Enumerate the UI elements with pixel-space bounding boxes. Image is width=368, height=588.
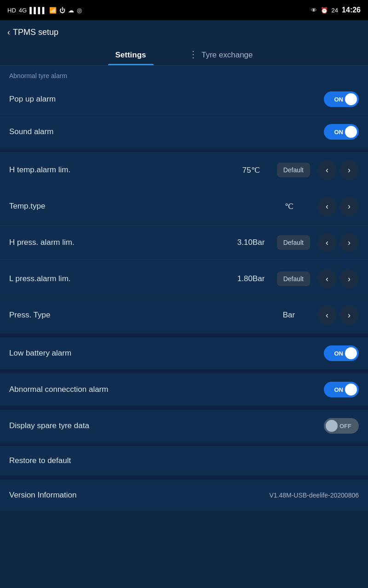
h-temp-alarm-label: H temp.alarm lim.	[9, 165, 233, 175]
low-battery-toggle-circle	[345, 347, 357, 359]
l-press-decrement-button[interactable]: ‹	[317, 269, 337, 288]
sound-alarm-toggle-label: ON	[334, 129, 344, 136]
status-time: 14:26	[342, 6, 361, 14]
abnormal-connection-label: Abnormal connecction alarm	[9, 385, 324, 394]
low-battery-toggle-label: ON	[334, 350, 344, 357]
temp-type-row: Temp.type ℃ ‹ ›	[0, 188, 368, 225]
status-bar: HD 4G ▌▌▌▌ 📶 ⏻ ☁ ◎ 👁 ⏰ 24 14:26	[0, 0, 368, 20]
sound-alarm-toggle-circle	[345, 126, 357, 138]
power-icon: ⏻	[59, 7, 65, 14]
cloud-icon: ☁	[68, 7, 74, 14]
sound-alarm-toggle[interactable]: ON	[324, 124, 359, 140]
section-header-abnormal: Abnormal tyre alarm	[0, 66, 368, 83]
version-info-value: V1.48M-USB-deelife-20200806	[269, 492, 359, 499]
divider-3	[0, 370, 368, 373]
h-temp-default-button[interactable]: Default	[277, 163, 310, 177]
divider-1	[0, 148, 368, 152]
abnormal-connection-row: Abnormal connecction alarm ON	[0, 373, 368, 406]
wifi-icon: 📶	[49, 7, 57, 14]
abnormal-connection-toggle-circle	[345, 384, 357, 396]
popup-alarm-row: Pop up alarm ON	[0, 83, 368, 116]
back-button[interactable]: ‹ TPMS setup	[7, 28, 58, 37]
press-type-value: Bar	[270, 311, 307, 320]
h-temp-alarm-row: H temp.alarm lim. 75℃ Default ‹ ›	[0, 152, 368, 188]
signal-icon: ▌▌▌▌	[29, 7, 46, 14]
temp-type-controls: ‹ ›	[315, 197, 359, 216]
eye-icon: 👁	[311, 7, 317, 14]
divider-6	[0, 476, 368, 480]
temp-type-increment-button[interactable]: ›	[339, 197, 359, 216]
h-temp-alarm-value: 75℃	[233, 165, 270, 175]
display-spare-toggle-circle	[326, 420, 338, 432]
low-battery-alarm-toggle[interactable]: ON	[324, 345, 359, 361]
h-temp-increment-button[interactable]: ›	[339, 160, 359, 180]
low-battery-alarm-label: Low battery alarm	[9, 349, 324, 358]
popup-alarm-toggle[interactable]: ON	[324, 91, 359, 107]
hd-icon: HD	[7, 7, 16, 14]
alarm-icon: ⏰	[321, 7, 328, 14]
shield-icon: ◎	[77, 7, 82, 14]
popup-alarm-toggle-label: ON	[334, 96, 344, 103]
l-press-alarm-controls: Default ‹ ›	[277, 269, 359, 288]
status-right: 👁 ⏰ 24 14:26	[311, 6, 361, 14]
press-type-label: Press. Type	[9, 311, 270, 320]
popup-alarm-toggle-circle	[345, 93, 357, 105]
divider-2	[0, 334, 368, 337]
press-type-row: Press. Type Bar ‹ ›	[0, 297, 368, 334]
l-press-alarm-value: 1.80Bar	[233, 274, 270, 283]
press-type-controls: ‹ ›	[315, 305, 359, 325]
restore-default-row[interactable]: Restore to default	[0, 446, 368, 476]
abnormal-connection-toggle-label: ON	[334, 386, 344, 393]
display-spare-label: Display spare tyre data	[9, 421, 324, 430]
sound-alarm-row: Sound alarm ON	[0, 116, 368, 148]
h-press-alarm-controls: Default ‹ ›	[277, 233, 359, 252]
press-type-decrement-button[interactable]: ‹	[317, 305, 337, 325]
temp-type-value: ℃	[270, 202, 307, 211]
tab-tyre-exchange[interactable]: ⋮ Tyre exchange	[181, 44, 260, 65]
h-press-default-button[interactable]: Default	[277, 235, 310, 250]
status-left: HD 4G ▌▌▌▌ 📶 ⏻ ☁ ◎	[7, 7, 82, 14]
h-press-alarm-row: H press. alarm lim. 3.10Bar Default ‹ ›	[0, 225, 368, 261]
l-press-default-button[interactable]: Default	[277, 271, 310, 286]
tab-tyre-exchange-label: Tyre exchange	[201, 51, 253, 59]
version-info-row: Version Information V1.48M-USB-deelife-2…	[0, 480, 368, 511]
h-press-alarm-label: H press. alarm lim.	[9, 238, 233, 247]
battery-level: 24	[332, 7, 338, 14]
temp-type-decrement-button[interactable]: ‹	[317, 197, 337, 216]
press-type-increment-button[interactable]: ›	[339, 305, 359, 325]
tabs-bar: Settings ⋮ Tyre exchange	[0, 44, 368, 66]
divider-4	[0, 406, 368, 410]
top-bar: ‹ TPMS setup	[0, 20, 368, 44]
h-temp-alarm-controls: Default ‹ ›	[277, 160, 359, 180]
display-spare-toggle[interactable]: OFF	[324, 418, 359, 434]
tab-dots-icon: ⋮	[189, 49, 198, 59]
l-press-alarm-row: L press.alarm lim. 1.80Bar Default ‹ ›	[0, 261, 368, 297]
l-press-increment-button[interactable]: ›	[339, 269, 359, 288]
temp-type-label: Temp.type	[9, 202, 270, 211]
h-press-alarm-value: 3.10Bar	[233, 238, 270, 247]
network-icon: 4G	[19, 7, 27, 14]
popup-alarm-label: Pop up alarm	[9, 95, 324, 104]
back-arrow-icon: ‹	[7, 28, 10, 37]
display-spare-row: Display spare tyre data OFF	[0, 410, 368, 442]
restore-default-label: Restore to default	[9, 456, 71, 465]
display-spare-toggle-label: OFF	[339, 423, 351, 430]
settings-content: Abnormal tyre alarm Pop up alarm ON Soun…	[0, 66, 368, 511]
page-title: TPMS setup	[13, 28, 58, 37]
version-info-label: Version Information	[9, 491, 269, 500]
h-press-increment-button[interactable]: ›	[339, 233, 359, 252]
tab-settings[interactable]: Settings	[108, 46, 154, 65]
divider-5	[0, 442, 368, 446]
low-battery-alarm-row: Low battery alarm ON	[0, 337, 368, 370]
tab-settings-label: Settings	[115, 51, 146, 59]
l-press-alarm-label: L press.alarm lim.	[9, 274, 233, 283]
sound-alarm-label: Sound alarm	[9, 127, 324, 136]
h-temp-decrement-button[interactable]: ‹	[317, 160, 337, 180]
h-press-decrement-button[interactable]: ‹	[317, 233, 337, 252]
abnormal-connection-toggle[interactable]: ON	[324, 382, 359, 397]
